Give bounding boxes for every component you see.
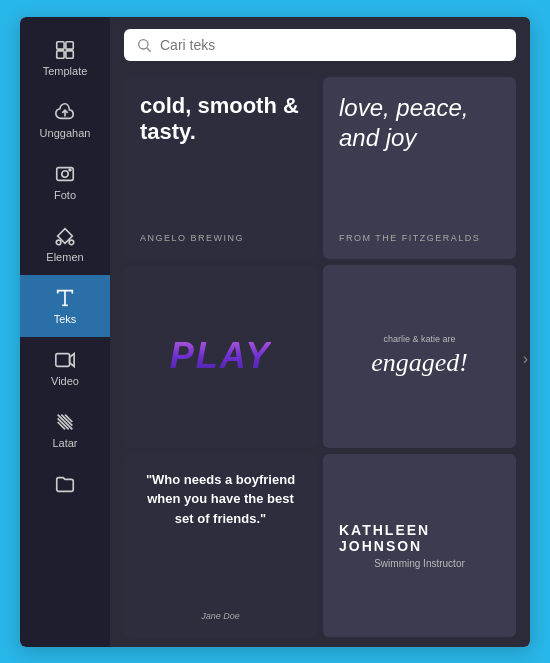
sidebar-label-template: Template: [43, 65, 88, 77]
sidebar: Template Unggahan Foto: [20, 17, 110, 647]
svg-rect-1: [66, 41, 73, 48]
card-4-script-text: engaged!: [371, 348, 468, 378]
main-content: cold, smooth & tasty. ANGELO BREWING lov…: [110, 17, 530, 647]
card-6-name-text: KATHLEEN JOHNSON: [339, 522, 500, 554]
svg-rect-3: [66, 50, 73, 57]
elemen-icon: [54, 225, 76, 247]
svg-rect-0: [57, 41, 64, 48]
svg-point-7: [69, 168, 71, 170]
svg-point-6: [62, 170, 68, 176]
sidebar-item-video[interactable]: Video: [20, 337, 110, 399]
sidebar-label-elemen: Elemen: [46, 251, 83, 263]
template-card-1[interactable]: cold, smooth & tasty. ANGELO BREWING: [124, 77, 317, 260]
search-bar: [110, 17, 530, 71]
card-6-title-text: Swimming Instructor: [374, 558, 465, 569]
svg-point-8: [56, 240, 61, 245]
template-grid: cold, smooth & tasty. ANGELO BREWING lov…: [110, 71, 530, 647]
app-container: Template Unggahan Foto: [20, 17, 530, 647]
sidebar-label-unggahan: Unggahan: [40, 127, 91, 139]
svg-point-19: [139, 39, 148, 48]
sidebar-item-latar[interactable]: Latar: [20, 399, 110, 461]
svg-point-9: [69, 240, 74, 245]
folder-icon: [54, 473, 76, 495]
search-input[interactable]: [160, 37, 504, 53]
sidebar-item-elemen[interactable]: Elemen: [20, 213, 110, 275]
sidebar-item-template[interactable]: Template: [20, 27, 110, 89]
sidebar-label-latar: Latar: [52, 437, 77, 449]
search-icon: [136, 37, 152, 53]
sidebar-label-foto: Foto: [54, 189, 76, 201]
teks-icon: [54, 287, 76, 309]
sidebar-label-video: Video: [51, 375, 79, 387]
card-2-sub-text: FROM THE FITZGERALDS: [339, 233, 480, 243]
latar-icon: [54, 411, 76, 433]
card-2-big-text: love, peace, and joy: [339, 93, 500, 153]
video-icon: [54, 349, 76, 371]
card-1-sub-text: ANGELO BREWING: [140, 233, 244, 243]
card-1-big-text: cold, smooth & tasty.: [140, 93, 301, 146]
scroll-chevron: ›: [523, 350, 528, 368]
search-input-wrapper[interactable]: [124, 29, 516, 61]
sidebar-item-teks[interactable]: Teks: [20, 275, 110, 337]
sidebar-item-folder[interactable]: [20, 461, 110, 507]
card-3-play-text: PLAY: [170, 335, 271, 377]
sidebar-item-unggahan[interactable]: Unggahan: [20, 89, 110, 151]
template-card-5[interactable]: "Who needs a boyfriend when you have the…: [124, 454, 317, 637]
foto-icon: [54, 163, 76, 185]
template-card-4[interactable]: charlie & katie are engaged!: [323, 265, 516, 448]
sidebar-item-foto[interactable]: Foto: [20, 151, 110, 213]
template-card-2[interactable]: love, peace, and joy FROM THE FITZGERALD…: [323, 77, 516, 260]
card-5-quote-text: "Who needs a boyfriend when you have the…: [140, 470, 301, 529]
card-5-quote-author: Jane Doe: [201, 611, 240, 621]
sidebar-label-teks: Teks: [54, 313, 77, 325]
svg-rect-12: [56, 353, 70, 366]
svg-line-14: [58, 414, 73, 429]
upload-icon: [54, 101, 76, 123]
svg-line-20: [147, 48, 151, 52]
svg-rect-2: [57, 50, 64, 57]
template-card-3[interactable]: PLAY: [124, 265, 317, 448]
template-card-6[interactable]: KATHLEEN JOHNSON Swimming Instructor: [323, 454, 516, 637]
template-icon: [54, 39, 76, 61]
card-4-small-top: charlie & katie are: [383, 334, 455, 344]
